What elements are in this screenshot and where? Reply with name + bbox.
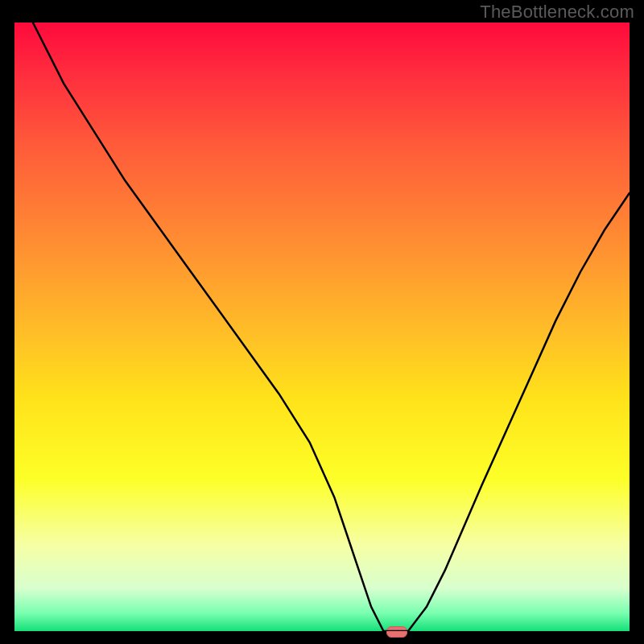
gradient-background (14, 23, 630, 631)
chart-frame: TheBottleneck.com (0, 0, 644, 644)
plot-area (14, 23, 630, 631)
optimal-point-marker (386, 626, 407, 638)
watermark-text: TheBottleneck.com (480, 2, 634, 23)
